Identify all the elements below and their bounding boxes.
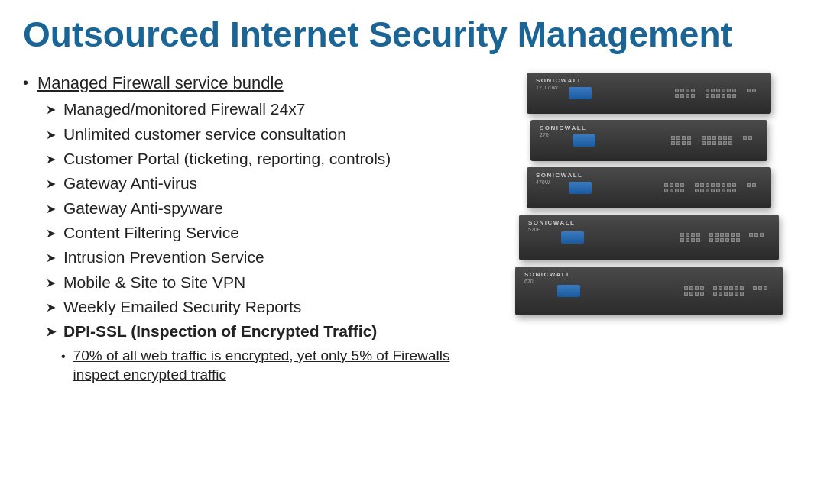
ports-4 [680,233,764,242]
list-item: ➤ Managed/monitored Firewall 24x7 [46,99,482,120]
device-indicator-5 [557,285,580,297]
ports-5 [684,286,767,296]
list-item: ➤ Intrusion Prevention Service [46,247,482,268]
sonicwall-logo-3: SONICWALL [536,172,583,179]
item-text: Gateway Anti-spyware [63,198,223,219]
sonicwall-logo-5: SONICWALL [524,271,572,278]
item-text-bold: DPI-SSL (Inspection of Encrypted Traffic… [63,321,377,342]
page-container: Outsourced Internet Security Management … [0,0,824,504]
sub-sub-list: • 70% of all web traffic is encrypted, y… [23,346,482,385]
arrow-icon: ➤ [46,201,56,218]
device-3: SONICWALL 470W [527,167,771,208]
list-item: ➤ Mobile & Site to Site VPN [46,272,482,293]
item-text: Intrusion Prevention Service [63,247,264,268]
list-item: ➤ Customer Portal (ticketing, reporting,… [46,148,482,170]
arrow-icon: ➤ [46,250,56,267]
arrow-icon: ➤ [46,102,56,118]
device-model-4: 570P [528,227,540,232]
sub-dot: • [61,348,66,365]
device-2: SONICWALL 270 [530,120,767,161]
device-model-2: 270 [540,132,549,137]
item-text: Customer Portal (ticketing, reporting, c… [63,148,391,170]
device-model-5: 670 [524,279,534,284]
left-content: • Managed Firewall service bundle ➤ Mana… [23,73,497,385]
device-4: SONICWALL 570P [519,215,779,260]
encrypted-traffic-text: 70% of all web traffic is encrypted, yet… [73,346,482,385]
sonicwall-logo-4: SONICWALL [528,219,576,226]
sonicwall-logo-1: SONICWALL [536,77,583,84]
list-item: ➤ Gateway Anti-spyware [46,198,482,219]
sub-sub-item: • 70% of all web traffic is encrypted, y… [61,346,482,385]
device-model-3: 470W [536,179,550,185]
arrow-icon: ➤ [46,324,56,341]
device-5: SONICWALL 670 [515,267,783,315]
bundle-title: Managed Firewall service bundle [37,73,284,95]
item-text: Gateway Anti-virus [63,173,197,194]
item-text: Content Filtering Service [63,222,239,244]
bullet-dot: • [23,74,28,92]
page-title: Outsourced Internet Security Management [23,15,801,54]
device-indicator-4 [561,231,584,244]
device-stack: SONICWALL TZ 170W [515,73,783,315]
arrow-icon: ➤ [46,151,56,168]
sonicwall-logo-2: SONICWALL [540,124,587,131]
arrow-icon: ➤ [46,127,56,144]
device-indicator-3 [569,182,592,194]
top-bullet: • Managed Firewall service bundle [23,73,482,95]
arrow-icon: ➤ [46,299,56,316]
device-1: SONICWALL TZ 170W [527,73,771,114]
ports-2 [671,136,752,145]
sub-list: ➤ Managed/monitored Firewall 24x7 ➤ Unli… [23,99,482,342]
list-item: ➤ Weekly Emailed Security Reports [46,296,482,318]
item-text: Weekly Emailed Security Reports [63,296,301,318]
item-text: Managed/monitored Firewall 24x7 [63,99,305,120]
content-area: • Managed Firewall service bundle ➤ Mana… [23,73,801,385]
device-indicator-2 [573,134,595,147]
arrow-icon: ➤ [46,176,56,192]
device-indicator-1 [569,87,592,99]
arrow-icon: ➤ [46,275,56,292]
right-content: SONICWALL TZ 170W [497,65,801,315]
arrow-icon: ➤ [46,225,56,242]
list-item-dpissl: ➤ DPI-SSL (Inspection of Encrypted Traff… [46,321,482,342]
list-item: ➤ Content Filtering Service [46,222,482,244]
ports-3 [664,183,756,192]
ports-1 [675,89,756,98]
list-item: ➤ Gateway Anti-virus [46,173,482,194]
item-text: Mobile & Site to Site VPN [63,272,245,293]
device-model-1: TZ 170W [536,85,558,90]
list-item: ➤ Unlimited customer service consultatio… [46,124,482,145]
item-text: Unlimited customer service consultation [63,124,346,145]
